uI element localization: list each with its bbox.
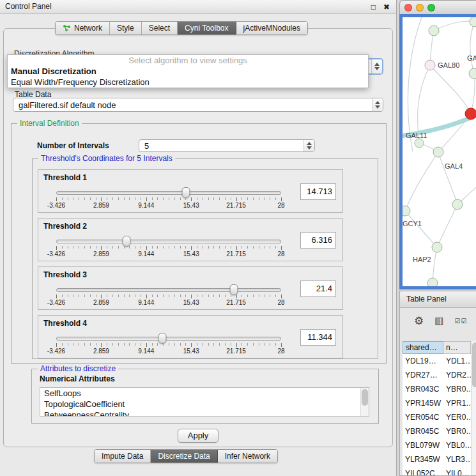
option-equal-width-frequency[interactable]: Equal Width/Frequency Discretization [8,77,368,88]
table-row[interactable]: YDL19…YDL1… [403,354,471,368]
node-gal4[interactable] [433,147,443,157]
threshold-slider[interactable] [56,288,281,292]
node[interactable] [470,17,476,27]
traffic-light-close-icon[interactable] [404,4,412,12]
select-columns-checkbox-icon[interactable]: ☑☑ [454,318,467,325]
tab-impute-data[interactable]: Impute Data [95,450,151,463]
node[interactable] [469,68,476,79]
table-panel-titlebar[interactable]: Table Panel [400,291,476,308]
table-cell[interactable]: YDL1… [443,354,471,368]
control-panel-titlebar[interactable]: Control Panel □ ✖ [0,0,396,14]
table-columns-icon[interactable]: ▥ [434,315,443,326]
combo-stepper-icon[interactable] [372,98,383,111]
tab-cyni-toolbox[interactable]: Cyni Toolbox [178,22,236,35]
slider-thumb[interactable] [229,284,238,295]
threshold-value-field[interactable]: 11.344 [300,329,336,346]
tab-label: Discretize Data [158,452,210,461]
node-gcy1[interactable] [403,206,410,216]
network-nodes[interactable] [403,17,476,286]
threshold-value-field[interactable]: 21.4 [300,280,336,297]
table-row[interactable]: YIL052CYIL0… [403,466,471,475]
scrollbar-thumb[interactable] [362,389,368,406]
threshold-slider[interactable] [56,240,281,243]
list-item[interactable]: BetweennessCentrality [40,410,369,417]
traffic-light-zoom-icon[interactable] [427,4,435,12]
table-cell[interactable]: YDR2… [443,368,471,382]
option-manual-discretization[interactable]: Manual Discretization [8,66,368,77]
scale-label: -3.426 [47,348,65,355]
table-row[interactable]: YER054CYER0… [403,410,471,424]
apply-button[interactable]: Apply [178,429,219,443]
traffic-light-minimize-icon[interactable] [416,4,424,12]
table-cell[interactable]: YBL0… [443,438,471,452]
tab-style[interactable]: Style [110,22,142,35]
column-header-name[interactable]: n… [443,341,471,354]
node-gal11[interactable] [415,139,424,148]
table-row[interactable]: YLR345WYLR3… [403,452,471,466]
table-data-combo[interactable]: galFiltered.sif default node [13,98,383,112]
scale-label: 2.859 [93,299,109,306]
table-cell[interactable]: YBL079W [403,438,443,452]
network-window-titlebar[interactable] [399,0,476,14]
table-cell[interactable]: YBR0… [443,424,471,438]
table-cell[interactable]: YIL052C [403,466,443,475]
node-gal80[interactable] [425,60,435,70]
tab-network[interactable]: Network [56,22,110,35]
tab-infer-network[interactable]: Infer Network [218,450,277,463]
table-row[interactable]: YBR043CYBR0… [403,382,471,396]
table-row[interactable]: YPR145WYPR1… [403,396,471,410]
node-hap2[interactable] [432,242,442,252]
table-scrollbar[interactable] [471,341,476,475]
column-header-shared-name[interactable]: shared… [403,341,443,354]
table-cell[interactable]: YBR0… [443,382,471,396]
threshold-slider[interactable] [56,337,281,341]
list-item[interactable]: TopologicalCoefficient [40,399,369,410]
scale-label: 9.144 [138,348,154,355]
threshold-panel: Threshold 1 14.713 -3.426 2.859 9.144 15… [38,169,343,213]
table-cell[interactable]: YBR045C [403,424,443,438]
threshold-label: Threshold 1 [43,173,87,182]
table-cell[interactable]: YDR27… [403,368,443,382]
table-cell[interactable]: YDL19… [403,354,443,368]
threshold-slider[interactable] [56,191,281,195]
table-cell[interactable]: YER054C [403,410,443,424]
combo-stepper-icon[interactable] [371,59,382,73]
float-window-icon[interactable]: □ [371,3,376,12]
combo-stepper-icon[interactable] [303,140,314,151]
attributes-scrollbar[interactable] [360,388,369,416]
node[interactable] [427,278,438,286]
table-row[interactable]: YDR27…YDR2… [403,368,471,382]
close-icon[interactable]: ✖ [383,3,390,12]
number-of-intervals-combo[interactable]: 5 [139,139,315,152]
table-cell[interactable]: YLR3… [443,452,471,466]
table-cell[interactable]: YER0… [443,410,471,424]
table-cell[interactable]: YPR1… [443,396,471,410]
threshold-label: Threshold 2 [43,222,87,231]
table-cell[interactable]: YIL0… [443,466,471,475]
number-of-intervals-value: 5 [144,141,149,151]
thresholds-group: Threshold's Coordinates for 5 Intervals … [32,158,378,359]
gear-icon[interactable]: ⚙ [414,314,424,328]
scale-label: 2.859 [93,348,109,355]
table-row[interactable]: YBL079WYBL0… [403,438,471,452]
list-item[interactable]: SelfLoops [40,388,369,399]
tab-select[interactable]: Select [142,22,178,35]
threshold-value-field[interactable]: 6.316 [300,232,336,249]
node[interactable] [452,199,463,210]
table-row[interactable]: YBR045CYBR0… [403,424,471,438]
algorithm-placeholder: Select algorithm to view settings [8,55,368,66]
slider-thumb[interactable] [158,333,166,344]
slider-thumb[interactable] [122,236,130,247]
node[interactable] [429,26,439,36]
table-cell[interactable]: YBR043C [403,382,443,396]
table-data-value: galFiltered.sif default node [19,100,116,110]
tab-jactivemnodules[interactable]: jActiveMNodules [236,22,307,35]
threshold-value-field[interactable]: 14.713 [300,183,336,200]
slider-thumb[interactable] [181,187,190,198]
table-cell[interactable]: YLR345W [403,452,443,466]
selected-red-node[interactable] [465,108,476,119]
table-cell[interactable]: YPR145W [403,396,443,410]
tab-discretize-data[interactable]: Discretize Data [151,450,217,463]
network-canvas[interactable]: GAL80 GAL11 GAL4 GCY1 HAP2 GA [403,17,476,286]
scrollbar-thumb[interactable] [472,342,476,387]
